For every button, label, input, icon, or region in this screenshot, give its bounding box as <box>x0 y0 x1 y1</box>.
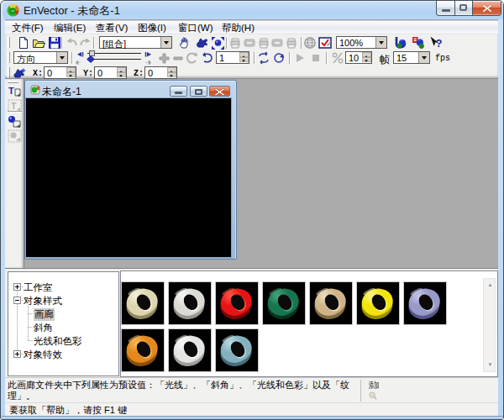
svg-text:T: T <box>11 101 17 111</box>
svg-text:T: T <box>8 86 14 96</box>
svg-text:?: ? <box>436 37 443 50</box>
